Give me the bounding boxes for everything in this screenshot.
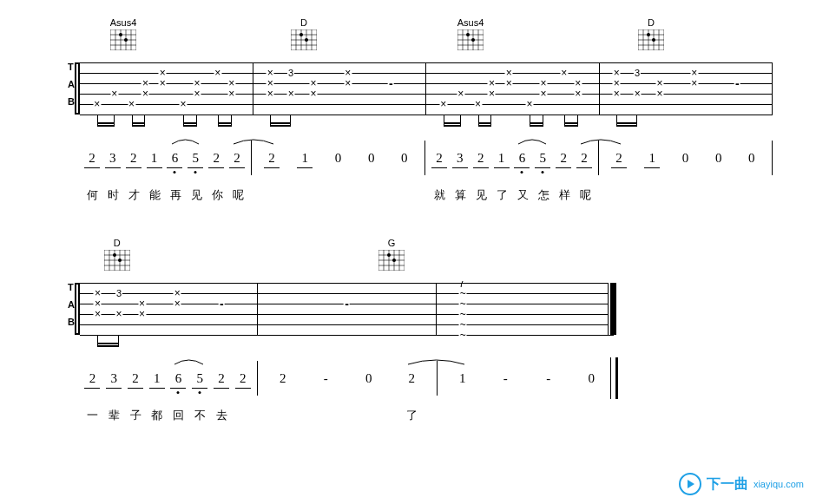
tab-mark: 3 xyxy=(115,288,122,298)
lyric-char: 都 xyxy=(150,408,164,423)
tab-mark: × xyxy=(193,77,201,89)
tab-mark: × xyxy=(128,98,135,110)
jianpu-note: 1 xyxy=(148,151,161,166)
svg-point-11 xyxy=(119,33,122,36)
jianpu-note: 1 xyxy=(298,151,312,166)
lyric-char: 见 xyxy=(474,187,488,203)
jianpu-measure: 23216522 xyxy=(78,361,258,396)
tab-clef: TAB xyxy=(68,62,78,115)
lyric-char: 再 xyxy=(168,187,182,203)
tab-mark: - xyxy=(388,76,394,90)
tab-mark: × xyxy=(539,77,547,89)
jianpu-note: 2 xyxy=(85,151,99,166)
lyric-char: 算 xyxy=(453,187,467,203)
svg-point-50 xyxy=(647,33,650,36)
jianpu-note: 1 xyxy=(150,371,164,386)
jianpu-note: 2 xyxy=(209,151,223,166)
tab-mark: × xyxy=(505,77,513,89)
lyric-char: 了 xyxy=(405,408,418,423)
chord-name: G xyxy=(374,238,409,248)
jianpu-note: 0 xyxy=(678,151,692,166)
jianpu-note: 6 xyxy=(168,151,181,166)
music-sheet: Asus4DAsus4DTAB×××××××××××××××××3××××-××… xyxy=(78,17,773,458)
lyric-char: 就 xyxy=(432,187,446,203)
lyric-char: 何 xyxy=(85,187,99,203)
lyric-char: 怎 xyxy=(536,187,550,203)
lyric-char: 不 xyxy=(194,408,207,423)
chord-diagram: D xyxy=(100,238,135,271)
lyric-char: 能 xyxy=(148,187,161,203)
tab-mark: × xyxy=(439,98,447,110)
tab-mark: × xyxy=(526,98,534,110)
tab-clef: TAB xyxy=(68,283,78,335)
tab-measure: - xyxy=(258,283,436,335)
tab-mark: × xyxy=(214,67,221,79)
jianpu-note: 0 xyxy=(331,151,345,166)
tab-measure: ××××3××××- xyxy=(80,283,258,335)
tab-mark: × xyxy=(267,88,274,100)
tab-mark: × xyxy=(488,77,496,89)
jianpu-row: 232165222-021--0 xyxy=(78,361,616,396)
jianpu-note: 2 xyxy=(556,151,570,166)
tab-mark: × xyxy=(110,88,118,100)
lyric-char: 你 xyxy=(210,187,224,203)
tab-measure: ××××××××××××× xyxy=(426,62,600,115)
tab-mark: - xyxy=(344,297,350,311)
tab-mark: × xyxy=(344,77,352,89)
tab-mark: × xyxy=(159,77,167,89)
tab-mark: × xyxy=(141,77,149,89)
system: Asus4DAsus4DTAB×××××××××××××××××3××××-××… xyxy=(78,17,773,203)
tab-mark: 3 xyxy=(287,68,294,78)
jianpu-note: 2 xyxy=(276,371,290,386)
jianpu-note: 0 xyxy=(584,371,598,386)
jianpu-note: 0 xyxy=(362,371,376,386)
jianpu-note: - xyxy=(498,371,512,386)
jianpu-measure: 21000 xyxy=(252,141,425,175)
jianpu-note: 1 xyxy=(456,371,470,386)
chord-name: Asus4 xyxy=(106,17,141,28)
tab-mark: - xyxy=(734,76,740,90)
svg-point-12 xyxy=(124,38,128,42)
jianpu-note: 2 xyxy=(577,151,591,166)
svg-point-25 xyxy=(305,38,308,42)
svg-point-37 xyxy=(466,33,470,36)
jianpu-note: 5 xyxy=(193,371,207,386)
jianpu-note: - xyxy=(542,371,556,386)
jianpu-note: 0 xyxy=(712,151,726,166)
lyric-char: 才 xyxy=(127,187,141,203)
tab-mark: × xyxy=(93,98,101,110)
watermark-cn: 下一曲 xyxy=(707,475,748,494)
tab-mark: × xyxy=(574,88,582,100)
tab-mark: × xyxy=(634,88,642,100)
chord-row: DG xyxy=(78,238,616,281)
tab-mark: × xyxy=(115,308,122,320)
tab-mark: × xyxy=(488,88,496,100)
play-icon xyxy=(679,473,701,495)
tab-measure: ××××3××××- xyxy=(600,62,773,115)
lyric-char: 一 xyxy=(85,408,99,423)
tab-mark: × xyxy=(227,88,235,100)
jianpu-note: 2 xyxy=(265,151,279,166)
svg-point-38 xyxy=(471,38,475,42)
tab-mark: × xyxy=(613,77,621,89)
jianpu-note: 0 xyxy=(398,151,411,166)
tab-mark: × xyxy=(539,88,547,100)
jianpu-note: 1 xyxy=(645,151,659,166)
jianpu-note: 2 xyxy=(128,371,142,386)
tab-mark: × xyxy=(94,287,102,299)
chord-name: D xyxy=(634,17,668,28)
svg-point-76 xyxy=(387,253,391,257)
chord-name: D xyxy=(286,17,321,28)
tab-mark: × xyxy=(474,98,482,110)
tab-mark: × xyxy=(94,308,102,320)
tab-mark: × xyxy=(457,88,464,100)
tab-mark: × xyxy=(613,88,621,100)
chord-diagram: D xyxy=(286,17,321,50)
chord-diagram: D xyxy=(634,17,668,50)
chord-name: Asus4 xyxy=(453,17,488,28)
svg-point-64 xyxy=(118,259,122,262)
jianpu-note: 2 xyxy=(474,151,488,166)
jianpu-note: 3 xyxy=(453,151,467,166)
tab-mark: × xyxy=(690,77,698,89)
lyric-char: 去 xyxy=(214,408,228,423)
